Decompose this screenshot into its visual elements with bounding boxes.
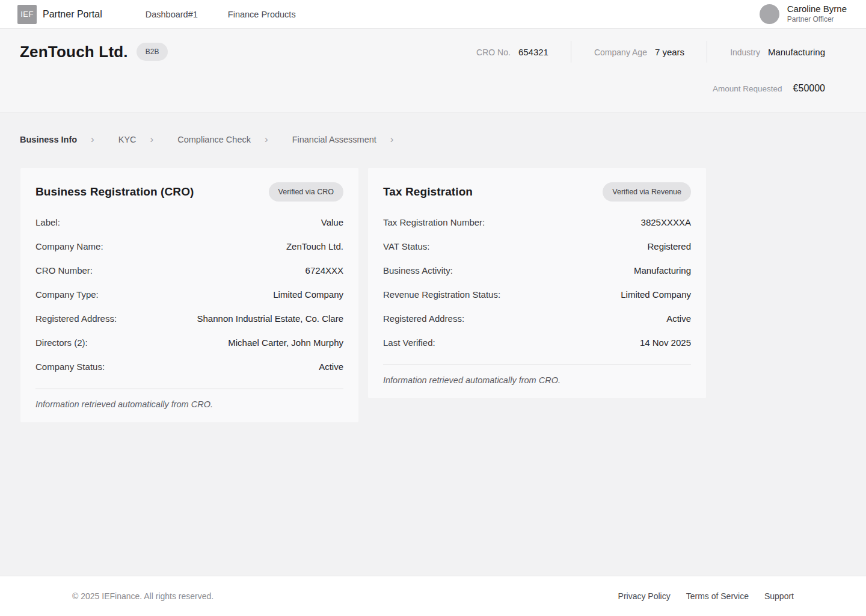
row-value: Shannon Industrial Estate, Co. Clare [197,313,343,324]
divider [571,41,571,63]
stat-label: CRO No. [476,48,511,57]
b2b-badge: B2B [137,43,168,61]
row-label: Label: [35,217,60,227]
stat-value: Manufacturing [768,47,825,57]
top-nav: IEF Partner Portal Dashboard#1 Finance P… [0,0,866,29]
table-row: Label: Value [35,210,343,234]
company-stats: CRO No. 654321 Company Age 7 years Indus… [476,41,825,63]
page-title: ZenTouch Ltd. [20,43,128,61]
main-content: Business Info › KYC › Compliance Check ›… [0,113,866,576]
stat-label: Company Age [594,48,647,57]
footer-link-privacy-policy[interactable]: Privacy Policy [618,591,671,601]
card-title: Business Registration (CRO) [35,185,194,199]
status-badge: Verified via CRO [269,182,343,202]
row-label: Company Status: [35,362,105,372]
business-registration-card: Business Registration (CRO) Verified via… [20,168,358,422]
step-financial-assessment[interactable]: Financial Assessment [292,135,376,144]
nav-link-finance-products[interactable]: Finance Products [228,10,296,19]
table-row: Tax Registration Number: 3825XXXXA [383,210,691,234]
table-row: Business Activity: Manufacturing [383,258,691,282]
copyright-text: © 2025 IEFinance. All rights reserved. [72,591,213,601]
row-label: Tax Registration Number: [383,217,485,227]
row-value: Value [321,217,343,227]
footer-link-terms-of-service[interactable]: Terms of Service [686,591,749,601]
tax-registration-card: Tax Registration Verified via Revenue Ta… [368,168,706,398]
app-logo[interactable]: IEF [17,5,37,24]
row-value: ZenTouch Ltd. [286,241,343,251]
step-compliance-check[interactable]: Compliance Check [177,135,251,144]
row-label: Registered Address: [35,313,117,324]
row-value: 6724XXX [306,265,343,276]
row-label: Last Verified: [383,337,435,348]
divider [383,365,691,365]
table-row: Last Verified: 14 Nov 2025 [383,330,691,354]
workflow-stepper: Business Info › KYC › Compliance Check ›… [0,113,866,144]
row-label: Company Type: [35,289,99,300]
row-label: Revenue Registration Status: [383,289,500,300]
stat-industry: Industry Manufacturing [730,47,825,57]
row-label: CRO Number: [35,265,93,276]
user-role: Partner Officer [787,15,847,25]
divider [707,41,707,63]
table-row: Company Name: ZenTouch Ltd. [35,234,343,258]
table-row: CRO Number: 6724XXX [35,258,343,282]
chevron-right-icon: › [150,134,154,144]
row-value: 3825XXXXA [641,217,691,227]
row-label: Business Activity: [383,265,453,276]
table-row: Company Type: Limited Company [35,282,343,306]
chevron-right-icon: › [390,134,394,144]
card-note: Information retrieved automatically from… [35,399,343,409]
row-value: Active [666,313,691,324]
table-row: Registered Address: Shannon Industrial E… [35,306,343,330]
avatar[interactable] [760,4,779,24]
row-value: Limited Company [273,289,343,300]
footer: © 2025 IEFinance. All rights reserved. P… [0,576,866,616]
row-label: Directors (2): [35,337,88,348]
row-value: 14 Nov 2025 [640,337,691,348]
row-label: Registered Address: [383,313,464,324]
table-row: VAT Status: Registered [383,234,691,258]
amount-requested-value: €50000 [793,83,825,94]
row-value: Active [319,362,343,372]
stat-cro-no: CRO No. 654321 [476,47,548,57]
stat-company-age: Company Age 7 years [594,47,684,57]
stat-value: 654321 [518,47,548,57]
step-kyc[interactable]: KYC [118,135,137,144]
amount-requested-label: Amount Requested [713,84,782,93]
status-badge: Verified via Revenue [603,182,691,202]
footer-links: Privacy Policy Terms of Service Support [618,591,794,601]
card-title: Tax Registration [383,185,473,199]
row-label: VAT Status: [383,241,430,251]
company-header: ZenTouch Ltd. B2B CRO No. 654321 Company… [0,29,866,113]
user-info: Caroline Byrne Partner Officer [787,4,847,24]
table-row: Company Status: Active [35,354,343,378]
row-value: Manufacturing [634,265,691,276]
chevron-right-icon: › [265,134,268,144]
nav-link-dashboard[interactable]: Dashboard#1 [146,10,198,19]
user-menu[interactable]: Caroline Byrne Partner Officer [760,4,847,24]
table-row: Registered Address: Active [383,306,691,330]
row-value: Michael Carter, John Murphy [228,337,343,348]
stat-value: 7 years [655,47,684,57]
card-note: Information retrieved automatically from… [383,375,691,385]
chevron-right-icon: › [91,134,94,144]
nav-links: Dashboard#1 Finance Products [146,10,296,19]
stat-label: Industry [730,48,760,57]
row-value: Limited Company [621,289,691,300]
divider [35,389,343,389]
cards-container: Business Registration (CRO) Verified via… [20,168,846,422]
row-value: Registered [647,241,691,251]
row-label: Company Name: [35,241,103,251]
brand-title: Partner Portal [43,9,102,20]
table-row: Directors (2): Michael Carter, John Murp… [35,330,343,354]
footer-link-support[interactable]: Support [764,591,794,601]
user-name: Caroline Byrne [787,4,847,15]
step-business-info[interactable]: Business Info [20,135,77,144]
table-row: Revenue Registration Status: Limited Com… [383,282,691,306]
